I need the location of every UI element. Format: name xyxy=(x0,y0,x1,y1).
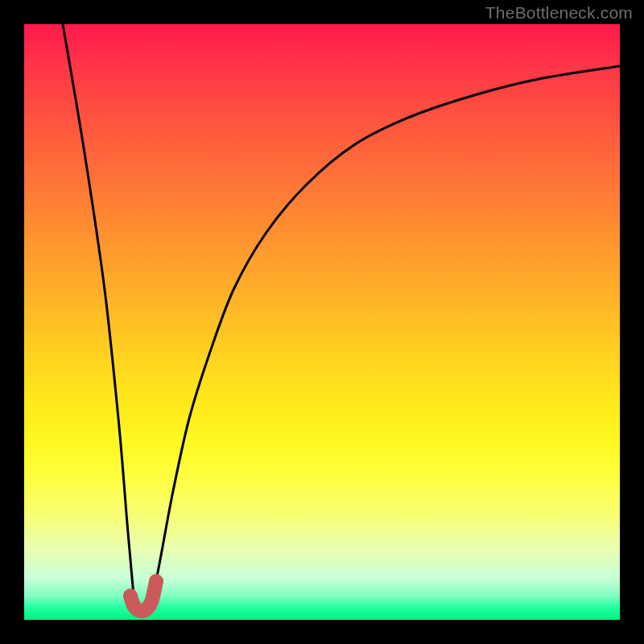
series-accent-hook xyxy=(130,581,156,611)
watermark-text: TheBottleneck.com xyxy=(485,3,633,23)
chart-curves xyxy=(24,24,620,620)
series-v-left-descending xyxy=(63,24,134,596)
series-log-like-rising xyxy=(153,66,620,597)
plot-area xyxy=(24,24,620,620)
chart-frame: TheBottleneck.com xyxy=(0,0,644,644)
